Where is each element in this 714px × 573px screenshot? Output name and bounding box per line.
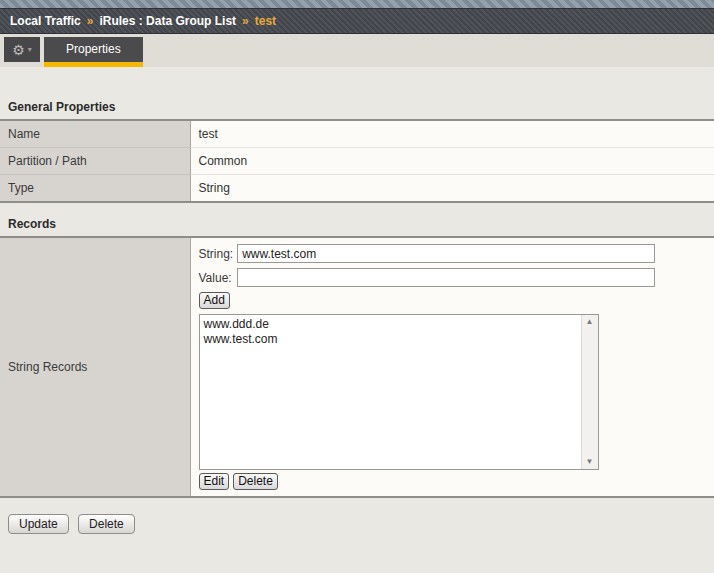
breadcrumb-item-data-group-list[interactable]: iRules : Data Group List: [99, 14, 236, 28]
list-item[interactable]: www.ddd.de: [200, 317, 581, 332]
big-ip-page: Local Traffic » iRules : Data Group List…: [0, 0, 714, 534]
value-field-row: Value:: [199, 268, 707, 287]
update-button[interactable]: Update: [8, 514, 69, 534]
general-properties-table: Name test Partition / Path Common Type S…: [0, 121, 714, 203]
listbox-items: www.ddd.de www.test.com: [200, 315, 581, 469]
breadcrumb: Local Traffic » iRules : Data Group List…: [0, 8, 714, 34]
records-heading: Records: [0, 217, 714, 238]
chevron-down-icon: ▾: [28, 46, 32, 54]
table-row: Name test: [0, 121, 714, 148]
list-item[interactable]: www.test.com: [200, 332, 581, 347]
name-row-value: test: [190, 121, 714, 148]
value-field-label: Value:: [199, 271, 233, 285]
records-table: String Records String: Value: Add www.dd…: [0, 238, 714, 498]
breadcrumb-item-current: test: [255, 14, 276, 28]
value-input[interactable]: [237, 268, 655, 287]
type-row-value: String: [190, 175, 714, 203]
breadcrumb-item-local-traffic[interactable]: Local Traffic: [10, 14, 81, 28]
options-menu-button[interactable]: ⚙ ▾: [4, 37, 40, 62]
tab-bar: ⚙ ▾ Properties: [0, 34, 714, 67]
breadcrumb-separator-icon: »: [242, 14, 249, 28]
string-field-label: String:: [199, 247, 234, 261]
gear-icon: ⚙: [12, 43, 25, 57]
form-actions: Update Delete: [8, 514, 714, 534]
type-row-label: Type: [0, 175, 190, 203]
delete-record-button[interactable]: Delete: [233, 473, 278, 490]
string-records-row-label: String Records: [0, 238, 190, 497]
partition-row-label: Partition / Path: [0, 148, 190, 175]
scroll-down-icon[interactable]: ▼: [586, 458, 594, 466]
table-row: Partition / Path Common: [0, 148, 714, 175]
tab-properties-label: Properties: [66, 42, 121, 56]
string-input[interactable]: [237, 244, 655, 263]
string-field-row: String:: [199, 244, 707, 263]
partition-row-value: Common: [190, 148, 714, 175]
scroll-up-icon[interactable]: ▲: [586, 318, 594, 326]
add-button[interactable]: Add: [199, 292, 230, 309]
string-records-listbox[interactable]: www.ddd.de www.test.com ▲ ▼: [199, 314, 599, 470]
delete-button[interactable]: Delete: [78, 514, 135, 534]
general-properties-heading: General Properties: [0, 100, 714, 121]
window-top-stripe: [0, 0, 714, 8]
list-actions: Edit Delete: [199, 473, 707, 490]
tab-properties[interactable]: Properties: [44, 37, 143, 67]
main-content: General Properties Name test Partition /…: [0, 67, 714, 534]
table-row: Type String: [0, 175, 714, 203]
edit-button[interactable]: Edit: [199, 473, 230, 490]
breadcrumb-separator-icon: »: [87, 14, 94, 28]
listbox-scrollbar[interactable]: ▲ ▼: [581, 315, 598, 469]
string-records-form: String: Value: Add www.ddd.de www.test.c…: [190, 238, 714, 497]
table-row: String Records String: Value: Add www.dd…: [0, 238, 714, 497]
name-row-label: Name: [0, 121, 190, 148]
